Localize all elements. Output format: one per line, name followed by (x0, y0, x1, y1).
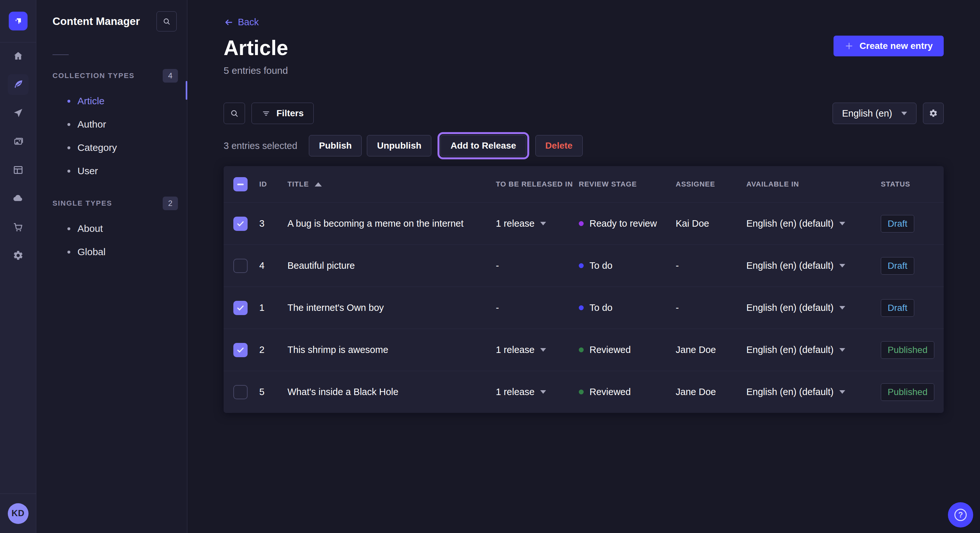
section-label: COLLECTION TYPES (52, 71, 135, 80)
column-header-released: TO BE RELEASED IN (496, 180, 579, 189)
publish-button[interactable]: Publish (309, 135, 362, 156)
locale-value: English (en) (842, 108, 892, 119)
rail-footer: KD (0, 493, 36, 533)
cell-locale[interactable]: English (en) (default) (746, 218, 881, 229)
chevron-down-icon (839, 264, 845, 268)
chevron-down-icon (839, 390, 845, 394)
bullet-icon (67, 170, 70, 173)
filters-label: Filters (277, 108, 304, 119)
cell-releases[interactable]: 1 release (496, 344, 579, 355)
media-library-nav-button[interactable] (8, 131, 29, 152)
row-checkbox[interactable] (233, 385, 248, 399)
entries-count: 5 entries found (224, 65, 288, 76)
subnav-divider (52, 54, 69, 55)
column-header-title[interactable]: TITLE (288, 180, 496, 189)
content-type-builder-nav-button[interactable] (8, 160, 29, 180)
chevron-down-icon (839, 306, 845, 309)
releases-nav-button[interactable] (8, 103, 29, 124)
stage-dot-icon (579, 390, 584, 394)
filter-icon (261, 109, 270, 118)
cell-title: The internet's Own boy (288, 303, 496, 313)
strapi-logo-icon (13, 16, 24, 27)
cell-id: 4 (259, 260, 288, 271)
subnav-search-button[interactable] (156, 11, 177, 32)
row-checkbox[interactable] (233, 343, 248, 357)
table-row[interactable]: 5 What's inside a Black Hole 1 release R… (224, 371, 944, 413)
user-avatar[interactable]: KD (8, 503, 29, 524)
unpublish-button[interactable]: Unpublish (367, 135, 431, 156)
question-mark-icon: ? (955, 509, 967, 521)
view-settings-button[interactable] (923, 103, 944, 124)
filters-button[interactable]: Filters (251, 103, 314, 124)
cell-locale[interactable]: English (en) (default) (746, 260, 881, 271)
cell-locale[interactable]: English (en) (default) (746, 344, 881, 355)
locale-dropdown[interactable]: English (en) (832, 103, 916, 124)
column-header-available-in: AVAILABLE IN (746, 180, 881, 189)
back-label: Back (238, 17, 259, 27)
row-checkbox[interactable] (233, 259, 248, 273)
main-nav-rail: KD (0, 0, 36, 533)
column-header-review-stage: REVIEW STAGE (579, 180, 676, 189)
section-count-badge: 4 (163, 69, 178, 82)
cell-review-stage: To do (579, 260, 676, 271)
strapi-logo[interactable] (9, 12, 27, 30)
check-icon (236, 303, 245, 313)
column-header-id[interactable]: ID (259, 180, 288, 189)
chevron-down-icon (540, 390, 546, 394)
layout-icon (13, 165, 24, 176)
back-link[interactable]: Back (224, 17, 288, 27)
stage-dot-icon (579, 221, 584, 226)
chevron-down-icon (839, 348, 845, 352)
chevron-down-icon (839, 222, 845, 225)
status-badge: Draft (881, 215, 914, 233)
gear-icon (929, 109, 938, 118)
subnav-item-author[interactable]: Author (36, 113, 187, 136)
bullet-icon (67, 100, 70, 103)
subnav-item-about[interactable]: About (36, 217, 187, 240)
help-button[interactable]: ? (948, 502, 973, 528)
cell-assignee: - (676, 303, 746, 313)
column-header-status: STATUS (881, 180, 944, 189)
select-all-checkbox[interactable] (233, 177, 248, 191)
cell-title: What's inside a Black Hole (288, 387, 496, 397)
list-search-button[interactable] (224, 103, 245, 124)
create-new-entry-button[interactable]: Create new entry (834, 36, 944, 56)
cell-releases: - (496, 303, 579, 313)
cell-assignee: Kai Doe (676, 218, 746, 229)
content-manager-nav-button[interactable] (8, 74, 29, 95)
cell-title: A bug is becoming a meme on the internet (288, 218, 496, 229)
home-nav-button[interactable] (8, 46, 29, 67)
cell-title: This shrimp is awesome (288, 344, 496, 355)
cell-locale[interactable]: English (en) (default) (746, 303, 881, 313)
stage-dot-icon (579, 347, 584, 352)
cell-assignee: Jane Doe (676, 344, 746, 355)
subnav-item-category[interactable]: Category (36, 136, 187, 159)
row-checkbox[interactable] (233, 217, 248, 231)
cell-releases[interactable]: 1 release (496, 218, 579, 229)
table-row[interactable]: 3 A bug is becoming a meme on the intern… (224, 202, 944, 244)
row-checkbox[interactable] (233, 301, 248, 315)
media-library-icon (13, 136, 24, 147)
status-badge: Published (881, 341, 934, 359)
active-item-indicator (186, 81, 187, 100)
subnav-item-global[interactable]: Global (36, 240, 187, 263)
bullet-icon (67, 146, 70, 149)
table-row[interactable]: 2 This shrimp is awesome 1 release Revie… (224, 329, 944, 371)
subnav-item-article[interactable]: Article (36, 89, 187, 113)
arrow-left-icon (224, 17, 233, 27)
cell-releases[interactable]: 1 release (496, 387, 579, 397)
deploy-nav-button[interactable] (8, 188, 29, 209)
subnav-item-user[interactable]: User (36, 159, 187, 182)
page-title: Article (224, 36, 288, 60)
marketplace-nav-button[interactable] (8, 217, 29, 237)
stage-dot-icon (579, 263, 584, 268)
add-to-release-button[interactable]: Add to Release (441, 135, 526, 156)
cell-review-stage: Reviewed (579, 344, 676, 355)
delete-button[interactable]: Delete (535, 135, 583, 156)
entries-table: ID TITLE TO BE RELEASED IN REVIEW STAGE … (224, 166, 944, 413)
cell-locale[interactable]: English (en) (default) (746, 387, 881, 397)
table-row[interactable]: 1 The internet's Own boy - To do - Engli… (224, 287, 944, 329)
gear-icon (13, 250, 24, 261)
settings-nav-button[interactable] (8, 245, 29, 266)
table-row[interactable]: 4 Beautiful picture - To do - English (e… (224, 244, 944, 287)
